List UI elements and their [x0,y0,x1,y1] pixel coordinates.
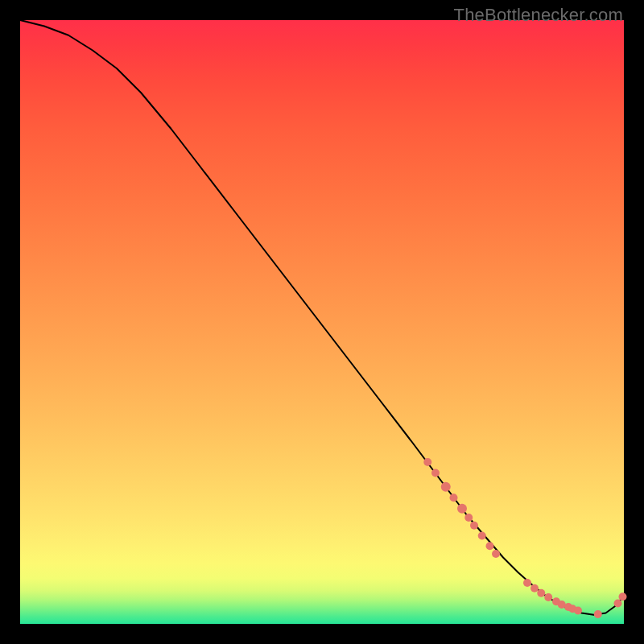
data-marker [619,592,627,601]
data-marker [523,579,531,587]
data-marker [470,522,478,530]
data-marker [544,593,552,601]
data-marker [574,607,582,615]
plot-area [20,20,624,624]
data-marker [492,550,500,558]
data-marker [441,482,451,492]
chart-svg [20,20,624,624]
data-marker [486,542,494,550]
data-marker [614,600,622,608]
data-marker [478,532,486,540]
data-marker [537,589,545,597]
bottleneck-curve [20,20,624,615]
chart-stage: TheBottlenecker.com [0,0,644,644]
data-marker [457,504,467,514]
watermark-text: TheBottlenecker.com [454,5,623,26]
data-marker [450,493,458,502]
data-marker [530,584,539,592]
data-marker [464,514,473,522]
markers-group [423,458,626,618]
data-marker [423,458,431,466]
data-marker [594,610,602,618]
data-marker [431,469,440,477]
